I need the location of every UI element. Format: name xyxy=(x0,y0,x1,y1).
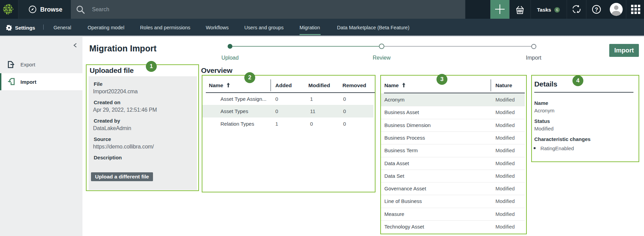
svg-text:?: ? xyxy=(595,7,598,13)
